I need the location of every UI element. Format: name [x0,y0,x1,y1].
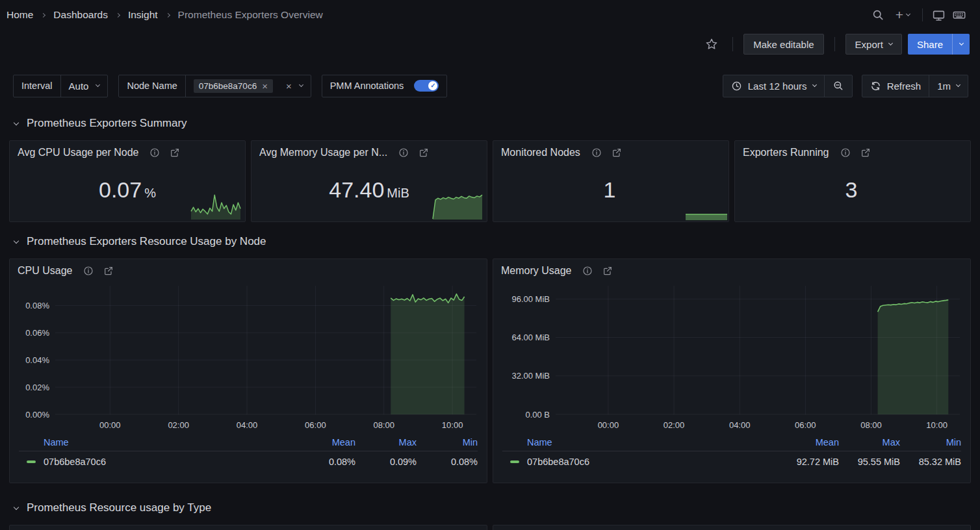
external-link-icon[interactable] [103,266,114,276]
refresh-interval-select[interactable]: 1m [929,75,968,97]
legend-table: Name Mean Max Min 07b6be8a70c6 0.08% 0.0… [19,434,478,472]
svg-text:64.00 MiB: 64.00 MiB [511,333,550,342]
info-icon[interactable] [149,147,160,158]
panel-header: Memory Usage [493,259,970,277]
cpu-usage-chart[interactable]: 0.00%0.02%0.04%0.06%0.08%00:0002:0004:00… [15,279,482,434]
svg-text:06:00: 06:00 [795,420,816,430]
check-icon: ✓ [430,82,435,89]
panel-header: Monitored Nodes [493,141,729,158]
legend-col-max[interactable]: Max [355,437,417,448]
chevron-down-icon [906,12,910,16]
section-resource-usage-by-node[interactable]: Prometheus Exporters Resource Usage by N… [14,234,968,249]
keyboard-shortcuts-button[interactable] [949,5,970,25]
section-title: Prometheus Resource usage by Type [27,501,211,514]
panel-icons [83,266,114,276]
chevron-down-icon [14,504,19,509]
stat-number: 3 [845,177,858,202]
node-name-variable: Node Name 07b6be8a70c6 × × [118,75,311,97]
chevron-down-icon [299,82,303,87]
legend-row: 07b6be8a70c6 92.72 MiB 95.55 MiB 85.32 M… [502,451,961,472]
tv-mode-button[interactable] [928,5,949,25]
memory-usage-chart[interactable]: 0.00 B32.00 MiB64.00 MiB96.00 MiB00:0002… [498,279,965,434]
info-icon[interactable] [840,147,851,158]
info-icon[interactable] [582,266,593,276]
favorite-button[interactable] [701,34,722,55]
panel-header: Exporters Running [735,141,970,158]
new-dashboard-button[interactable]: + [888,5,917,25]
clock-icon [731,81,742,92]
series-name[interactable]: 07b6be8a70c6 [527,457,778,467]
series-mean: 92.72 MiB [778,457,839,467]
zoom-out-icon [832,80,844,92]
node-name-select[interactable]: 07b6be8a70c6 × × [186,75,311,97]
svg-text:00:00: 00:00 [99,420,121,430]
breadcrumb-home[interactable]: Home [6,9,33,21]
time-range-button[interactable]: Last 12 hours [723,75,824,97]
panel-icons [398,147,429,158]
export-button[interactable]: Export [845,34,902,55]
breadcrumb-insight[interactable]: Insight [128,9,158,21]
breadcrumb-separator-icon [41,12,45,17]
section-resource-usage-by-type[interactable]: Prometheus Resource usage by Type [14,500,968,516]
external-link-icon[interactable] [612,147,622,158]
info-icon[interactable] [83,266,94,276]
zoom-out-time-button[interactable] [825,75,852,97]
panel-title[interactable]: Memory Usage [501,265,571,277]
panel-title[interactable]: Exporters Running [743,147,829,158]
panel-title[interactable]: Avg CPU Usage per Node [18,147,138,158]
node-name-label: Node Name [119,75,185,97]
legend-col-min[interactable]: Min [900,437,961,448]
refresh-group: Refresh 1m [862,75,968,97]
svg-text:96.00 MiB: 96.00 MiB [511,294,550,304]
chevron-down-icon [959,41,963,45]
breadcrumb-separator-icon [166,12,170,17]
legend-col-name[interactable]: Name [502,437,778,448]
time-picker-group: Last 12 hours [723,75,853,97]
breadcrumb-dashboards[interactable]: Dashboards [53,9,108,21]
svg-text:00:00: 00:00 [598,420,619,430]
search-button[interactable] [868,5,888,25]
pmm-annotations-toggle[interactable]: ✓ [414,80,439,92]
sparkline [685,207,728,221]
legend-col-name[interactable]: Name [19,437,294,448]
external-link-icon[interactable] [419,147,429,158]
chevron-down-icon [14,120,19,125]
clear-selection-icon[interactable]: × [286,81,292,91]
external-link-icon[interactable] [860,147,871,158]
refresh-button[interactable]: Refresh [862,75,929,97]
remove-tag-icon[interactable]: × [262,81,268,91]
legend-table: Name Mean Max Min 07b6be8a70c6 92.72 MiB… [502,434,961,472]
svg-text:02:00: 02:00 [168,420,189,430]
legend-header: Name Mean Max Min [502,434,961,451]
series-color-swatch [510,461,519,463]
panel-title[interactable]: Monitored Nodes [501,147,580,158]
external-link-icon[interactable] [170,147,180,158]
breadcrumb-separator-icon [116,12,120,17]
info-icon[interactable] [591,147,602,158]
share-button[interactable]: Share [908,34,952,55]
panel-cpu-usage: CPU Usage 0.00%0.02%0.04%0.06%0.08%00:00… [9,259,487,483]
legend-col-min[interactable]: Min [417,437,478,448]
interval-select[interactable]: Auto [61,75,108,97]
section-prometheus-exporters-summary[interactable]: Prometheus Exporters Summary [14,116,968,131]
legend-col-max[interactable]: Max [839,437,900,448]
panel-stub-right [493,525,971,530]
info-icon[interactable] [398,147,409,158]
make-editable-button[interactable]: Make editable [743,34,823,55]
legend-col-mean[interactable]: Mean [294,437,355,448]
series-min: 0.08% [417,457,478,467]
interval-label: Interval [14,75,61,97]
legend-row: 07b6be8a70c6 0.08% 0.09% 0.08% [19,451,478,472]
top-nav: Home Dashboards Insight Prometheus Expor… [0,0,980,30]
external-link-icon[interactable] [602,266,613,276]
panel-title[interactable]: Avg Memory Usage per N... [259,147,387,158]
legend-col-mean[interactable]: Mean [778,437,839,448]
stat-value: 3 [735,177,970,203]
series-name[interactable]: 07b6be8a70c6 [44,457,294,467]
breadcrumb-current-page: Prometheus Exporters Overview [178,9,323,21]
share-options-button[interactable] [952,34,970,55]
svg-text:10:00: 10:00 [926,420,948,430]
panel-title[interactable]: CPU Usage [18,265,72,277]
variable-filters: Interval Auto Node Name 07b6be8a70c6 × ×… [13,75,447,97]
stats-row: Avg CPU Usage per Node 0.07% Avg Memory … [9,140,971,222]
